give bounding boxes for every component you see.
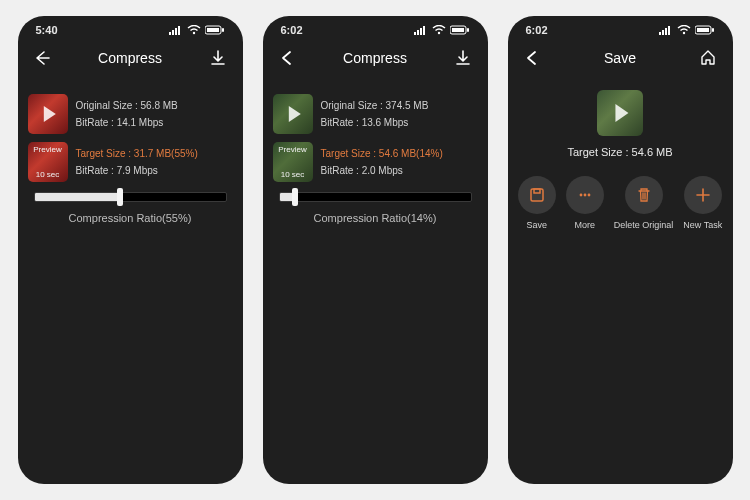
target-row: Preview 10 sec Target Size : 54.6 MB(14%…: [273, 142, 478, 182]
chevron-left-icon: [523, 49, 541, 67]
signal-icon: [169, 25, 183, 35]
target-info: Target Size : 31.7 MB(55%) BitRate : 7.9…: [76, 148, 198, 176]
save-button[interactable]: Save: [518, 176, 556, 230]
download-button[interactable]: [208, 48, 228, 68]
compression-ratio-label: Compression Ratio(14%): [273, 212, 478, 224]
original-size-label: Original Size : 374.5 MB: [321, 100, 429, 111]
svg-rect-1: [172, 30, 174, 35]
svg-rect-2: [175, 28, 177, 35]
new-task-label: New Task: [683, 220, 722, 230]
status-time: 6:02: [526, 24, 548, 36]
svg-rect-15: [467, 28, 469, 32]
save-label: Save: [527, 220, 548, 230]
preview-seconds-label: 10 sec: [28, 170, 68, 179]
compression-slider[interactable]: [279, 192, 472, 202]
signal-icon: [414, 25, 428, 35]
original-info: Original Size : 56.8 MB BitRate : 14.1 M…: [76, 100, 178, 128]
status-icons: [414, 25, 470, 35]
original-thumbnail[interactable]: [28, 94, 68, 134]
svg-rect-18: [665, 28, 667, 35]
nav-title: Compress: [98, 50, 162, 66]
original-thumbnail[interactable]: [273, 94, 313, 134]
preview-seconds-label: 10 sec: [273, 170, 313, 179]
play-icon: [615, 104, 628, 122]
original-bitrate-label: BitRate : 14.1 Mbps: [76, 117, 178, 128]
svg-rect-10: [420, 28, 422, 35]
battery-icon: [450, 25, 470, 35]
nav-bar: Save: [508, 40, 733, 76]
battery-icon: [205, 25, 225, 35]
more-button[interactable]: More: [566, 176, 604, 230]
status-time: 5:40: [36, 24, 58, 36]
svg-rect-6: [207, 28, 219, 32]
wifi-icon: [677, 25, 691, 35]
target-bitrate-label: BitRate : 7.9 Mbps: [76, 165, 198, 176]
chevron-left-icon: [278, 49, 296, 67]
back-button[interactable]: [32, 48, 52, 68]
nav-title: Save: [604, 50, 636, 66]
content-area: Original Size : 374.5 MB BitRate : 13.6 …: [263, 76, 488, 484]
play-icon: [43, 106, 55, 122]
wifi-icon: [187, 25, 201, 35]
wifi-icon: [432, 25, 446, 35]
svg-rect-17: [662, 30, 664, 35]
home-button[interactable]: [698, 48, 718, 68]
nav-title: Compress: [343, 50, 407, 66]
preview-thumbnail[interactable]: Preview 10 sec: [28, 142, 68, 182]
nav-bar: Compress: [18, 40, 243, 76]
svg-rect-22: [697, 28, 709, 32]
svg-rect-9: [417, 30, 419, 35]
content-area: Target Size : 54.6 MB Save More Delete O…: [508, 76, 733, 484]
battery-icon: [695, 25, 715, 35]
status-icons: [659, 25, 715, 35]
status-bar: 5:40: [18, 16, 243, 40]
compression-slider[interactable]: [34, 192, 227, 202]
svg-point-28: [587, 194, 590, 197]
svg-rect-24: [531, 189, 543, 201]
svg-point-20: [682, 32, 684, 34]
status-time: 6:02: [281, 24, 303, 36]
preview-badge: Preview: [273, 145, 313, 154]
svg-point-4: [192, 32, 194, 34]
original-info: Original Size : 374.5 MB BitRate : 13.6 …: [321, 100, 429, 128]
phone-compress-screen-2: 6:02 Compress Original Size : 374.5 MB B…: [263, 16, 488, 484]
svg-rect-3: [178, 26, 180, 35]
more-icon: [576, 186, 594, 204]
svg-rect-23: [712, 28, 714, 32]
original-row: Original Size : 374.5 MB BitRate : 13.6 …: [273, 94, 478, 134]
svg-rect-7: [222, 28, 224, 32]
preview-thumbnail[interactable]: Preview 10 sec: [273, 142, 313, 182]
target-bitrate-label: BitRate : 2.0 Mbps: [321, 165, 443, 176]
compression-ratio-label: Compression Ratio(55%): [28, 212, 233, 224]
svg-rect-25: [534, 189, 540, 193]
new-task-button[interactable]: New Task: [683, 176, 722, 230]
play-icon: [288, 106, 300, 122]
trash-icon: [635, 186, 653, 204]
phone-save-screen: 6:02 Save Target Size : 54.6 MB Save: [508, 16, 733, 484]
svg-rect-14: [452, 28, 464, 32]
download-button[interactable]: [453, 48, 473, 68]
back-button[interactable]: [522, 48, 542, 68]
delete-label: Delete Original: [614, 220, 674, 230]
result-thumbnail[interactable]: [597, 90, 643, 136]
phone-compress-screen-1: 5:40 Compress Original Size : 56.8 MB Bi…: [18, 16, 243, 484]
delete-original-button[interactable]: Delete Original: [614, 176, 674, 230]
status-bar: 6:02: [263, 16, 488, 40]
status-bar: 6:02: [508, 16, 733, 40]
back-button[interactable]: [277, 48, 297, 68]
more-label: More: [575, 220, 596, 230]
original-size-label: Original Size : 56.8 MB: [76, 100, 178, 111]
target-row: Preview 10 sec Target Size : 31.7 MB(55%…: [28, 142, 233, 182]
download-icon: [454, 49, 472, 67]
svg-rect-16: [659, 32, 661, 35]
action-row: Save More Delete Original New Task: [518, 176, 722, 230]
signal-icon: [659, 25, 673, 35]
arrow-left-icon: [33, 49, 51, 67]
target-size-label: Target Size : 54.6 MB: [567, 146, 672, 158]
nav-bar: Compress: [263, 40, 488, 76]
svg-rect-19: [668, 26, 670, 35]
plus-icon: [694, 186, 712, 204]
target-info: Target Size : 54.6 MB(14%) BitRate : 2.0…: [321, 148, 443, 176]
original-row: Original Size : 56.8 MB BitRate : 14.1 M…: [28, 94, 233, 134]
target-size-label: Target Size : 54.6 MB(14%): [321, 148, 443, 159]
